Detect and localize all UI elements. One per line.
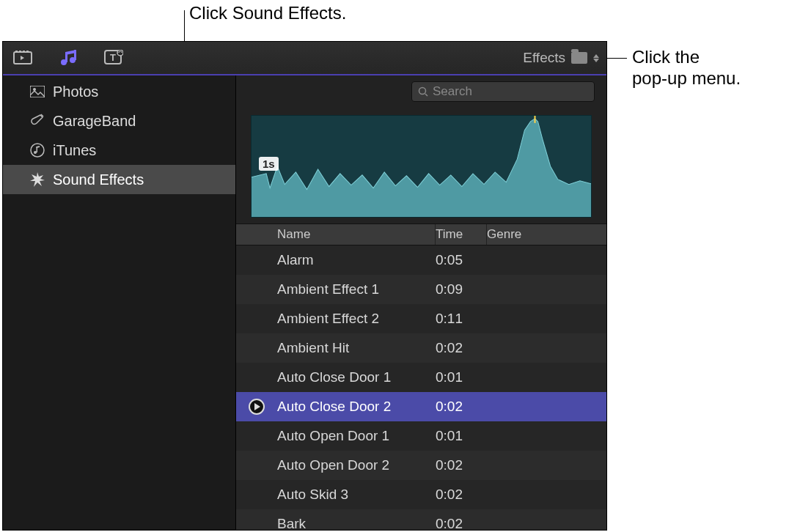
burst-icon <box>29 171 45 188</box>
svg-rect-3 <box>23 51 25 53</box>
svg-point-20 <box>419 88 426 95</box>
row-time: 0:02 <box>436 399 487 415</box>
row-name: Auto Skid 3 <box>277 487 436 503</box>
row-time: 0:05 <box>436 252 487 268</box>
row-play-cell <box>236 399 277 415</box>
table-row[interactable]: Auto Close Door 20:02 <box>236 392 606 421</box>
play-button[interactable] <box>249 399 265 415</box>
sidebar-item-photos[interactable]: Photos <box>3 77 235 106</box>
column-header-time[interactable]: Time <box>436 224 487 245</box>
row-time: 0:02 <box>436 457 487 473</box>
row-name: Auto Open Door 2 <box>277 457 436 473</box>
waveform-preview[interactable]: 1s <box>251 115 592 218</box>
svg-line-21 <box>425 94 427 96</box>
row-name: Alarm <box>277 252 436 268</box>
column-header-name[interactable]: Name <box>277 224 436 245</box>
toolbar: T Effects <box>3 42 606 75</box>
folder-icon <box>571 52 587 64</box>
row-time: 0:01 <box>436 428 487 444</box>
sidebar-item-label: Photos <box>53 84 98 100</box>
row-time: 0:01 <box>436 369 487 385</box>
svg-point-17 <box>34 151 37 154</box>
svg-text:T: T <box>110 52 116 63</box>
table-row[interactable]: Alarm0:05 <box>236 245 606 275</box>
svg-marker-19 <box>30 172 45 187</box>
sidebar-item-sound-effects[interactable]: Sound Effects <box>3 165 235 194</box>
waveform-preview-area: 1s <box>236 108 606 223</box>
sidebar-item-label: GarageBand <box>53 113 136 130</box>
popup-label: Effects <box>523 50 565 66</box>
svg-rect-13 <box>30 86 45 97</box>
svg-rect-2 <box>19 51 21 53</box>
table-row[interactable]: Ambient Hit0:02 <box>236 333 606 363</box>
row-name: Ambient Effect 1 <box>277 281 436 298</box>
chevron-updown-icon <box>593 54 599 62</box>
row-time: 0:02 <box>436 340 487 356</box>
callout-right-line1: Click the <box>632 47 741 68</box>
guitar-icon <box>29 113 45 129</box>
row-name: Bark <box>277 516 436 530</box>
waveform-time-label: 1s <box>259 157 279 171</box>
music-note-icon <box>29 142 45 158</box>
sidebar-item-garageband[interactable]: GarageBand <box>3 106 235 136</box>
svg-rect-1 <box>15 51 18 53</box>
main-panel: 1s Name Time Genre Alarm0:05Ambient Effe… <box>236 75 606 530</box>
table-rows: Alarm0:05Ambient Effect 10:09Ambient Eff… <box>236 245 606 530</box>
media-library-icon[interactable] <box>10 47 35 69</box>
row-name: Ambient Effect 2 <box>277 311 436 327</box>
callout-top-text: Click Sound Effects. <box>189 3 346 23</box>
svg-point-12 <box>117 50 123 56</box>
row-time: 0:11 <box>436 311 487 327</box>
photos-icon <box>29 84 45 100</box>
callout-right: Click the pop-up menu. <box>632 47 741 89</box>
search-bar <box>236 75 606 108</box>
table-row[interactable]: Ambient Effect 20:11 <box>236 304 606 333</box>
sidebar: Photos GarageBand iTunes Sound Effects <box>3 75 236 530</box>
titles-library-icon[interactable]: T <box>101 47 126 69</box>
row-name: Ambient Hit <box>277 340 436 356</box>
row-time: 0:02 <box>436 487 487 503</box>
app-window: T Effects Photos GarageBand <box>2 41 607 531</box>
audio-library-icon[interactable] <box>56 47 81 69</box>
table-row[interactable]: Auto Open Door 20:02 <box>236 451 606 480</box>
search-field[interactable] <box>411 81 595 102</box>
svg-marker-5 <box>21 56 24 60</box>
table-row[interactable]: Bark0:02 <box>236 509 606 530</box>
row-time: 0:09 <box>436 281 487 298</box>
sidebar-item-label: Sound Effects <box>53 171 144 188</box>
row-name: Auto Close Door 1 <box>277 369 436 385</box>
sidebar-item-label: iTunes <box>53 142 96 159</box>
table-row[interactable]: Ambient Effect 10:09 <box>236 275 606 304</box>
sidebar-item-itunes[interactable]: iTunes <box>3 136 235 165</box>
row-name: Auto Open Door 1 <box>277 428 436 444</box>
table-row[interactable]: Auto Skid 30:02 <box>236 480 606 509</box>
search-input[interactable] <box>433 84 588 99</box>
table-row[interactable]: Auto Close Door 10:01 <box>236 363 606 392</box>
column-header-genre[interactable]: Genre <box>487 224 606 245</box>
svg-rect-4 <box>26 51 29 53</box>
search-icon <box>418 86 428 97</box>
callout-top: Click Sound Effects. <box>189 3 346 24</box>
row-time: 0:02 <box>436 516 487 530</box>
table-row[interactable]: Auto Open Door 10:01 <box>236 421 606 451</box>
row-name: Auto Close Door 2 <box>277 399 436 415</box>
callout-right-line2: pop-up menu. <box>632 68 741 89</box>
table-header: Name Time Genre <box>236 223 606 245</box>
effects-popup-menu[interactable]: Effects <box>523 50 599 66</box>
